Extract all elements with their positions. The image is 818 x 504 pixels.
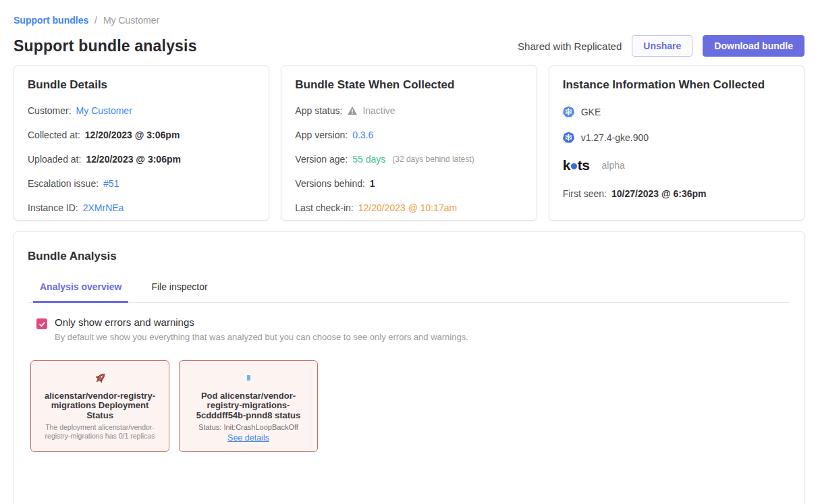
- kots-logo-dot: [571, 163, 577, 169]
- escalation-issue-row: Escalation issue: #51: [28, 178, 255, 189]
- first-seen-value: 10/27/2023 @ 6:36pm: [611, 188, 707, 199]
- first-seen-row: First seen: 10/27/2023 @ 6:36pm: [563, 188, 790, 199]
- kots-logo: kts: [563, 157, 590, 173]
- escalation-issue-link[interactable]: #51: [103, 178, 119, 189]
- unshare-button[interactable]: Unshare: [632, 35, 692, 57]
- uploaded-at-label: Uploaded at:: [28, 154, 81, 165]
- tab-analysis-overview[interactable]: Analysis overview: [33, 281, 128, 303]
- instance-info-card: Instance Information When Collected GKE …: [549, 65, 805, 221]
- customer-row: Customer: My Customer: [28, 105, 255, 116]
- bundle-analysis-panel: Bundle Analysis Analysis overview File i…: [13, 231, 805, 504]
- app-status-row: App status: Inactive: [295, 105, 522, 116]
- errors-warnings-filter: Only show errors and warnings By default…: [36, 316, 790, 342]
- last-checkin-row: Last check-in: 12/20/2023 @ 10:17am: [295, 202, 522, 213]
- versions-behind-row: Versions behind: 1: [295, 178, 522, 189]
- result-title: alicenstar/vendor-registry-migrations De…: [39, 391, 161, 420]
- analysis-results: alicenstar/vendor-registry-migrations De…: [30, 360, 790, 452]
- collected-at-label: Collected at:: [28, 130, 80, 140]
- analysis-result-card[interactable]: alicenstar/vendor-registry-migrations De…: [30, 360, 169, 452]
- app-version-label: App version:: [295, 130, 348, 140]
- filter-description: By default we show you everything that w…: [55, 332, 468, 342]
- kubernetes-icon: [563, 132, 574, 143]
- version-age-note: (32 days behind latest): [392, 155, 474, 164]
- collected-at-value: 12/20/2023 @ 3:06pm: [85, 130, 180, 140]
- customer-label: Customer:: [28, 105, 72, 116]
- result-status: Status: Init:CrashLoopBackOff: [186, 423, 310, 431]
- app-status-value: Inactive: [362, 105, 395, 116]
- bundle-analysis-title: Bundle Analysis: [28, 250, 790, 263]
- support-bundle-page: Support bundles / My Customer Support bu…: [0, 0, 818, 504]
- tab-file-inspector[interactable]: File inspector: [144, 281, 214, 303]
- kots-row: kts alpha: [563, 157, 790, 173]
- bundle-state-card: Bundle State When Collected App status: …: [281, 65, 537, 221]
- versions-behind-value: 1: [370, 178, 375, 189]
- bundle-details-card: Bundle Details Customer: My Customer Col…: [13, 65, 269, 221]
- page-title: Support bundle analysis: [13, 37, 197, 55]
- versions-behind-label: Versions behind:: [295, 178, 365, 189]
- instance-id-label: Instance ID:: [28, 202, 78, 213]
- version-age-label: Version age:: [295, 154, 348, 165]
- breadcrumb: Support bundles / My Customer: [13, 15, 805, 26]
- app-version-row: App version: 0.3.6: [295, 130, 522, 140]
- kots-version-value: alpha: [602, 160, 625, 171]
- uploaded-at-value: 12/20/2023 @ 3:06pm: [86, 154, 181, 165]
- kubernetes-icon: [563, 106, 574, 117]
- first-seen-label: First seen:: [563, 188, 607, 199]
- instance-id-link[interactable]: 2XMrNEa: [83, 202, 124, 213]
- version-age-value: 55 days: [352, 154, 385, 165]
- filter-texts: Only show errors and warnings By default…: [55, 316, 468, 342]
- errors-warnings-checkbox[interactable]: [36, 318, 47, 329]
- see-details-link[interactable]: See details: [227, 433, 269, 443]
- result-description: The deployment alicenstar/vendor-registr…: [39, 423, 161, 440]
- filter-label[interactable]: Only show errors and warnings: [55, 316, 468, 328]
- bundle-details-title: Bundle Details: [28, 78, 255, 92]
- warning-icon: [347, 106, 358, 115]
- page-header: Support bundle analysis Shared with Repl…: [13, 35, 805, 57]
- escalation-issue-label: Escalation issue:: [28, 178, 99, 189]
- info-cards-row: Bundle Details Customer: My Customer Col…: [13, 65, 805, 221]
- distribution-value: GKE: [581, 107, 601, 117]
- version-age-row: Version age: 55 days (32 days behind lat…: [295, 154, 522, 165]
- result-title: Pod alicenstar/vendor-registry-migration…: [188, 391, 309, 420]
- download-bundle-button[interactable]: Download bundle: [703, 35, 805, 57]
- k8s-version-value: v1.27.4-gke.900: [581, 132, 649, 143]
- instance-id-row: Instance ID: 2XMrNEa: [28, 202, 255, 213]
- header-actions: Shared with Replicated Unshare Download …: [518, 35, 805, 57]
- k8s-version-row: v1.27.4-gke.900: [563, 132, 790, 143]
- uploaded-at-row: Uploaded at: 12/20/2023 @ 3:06pm: [28, 154, 255, 165]
- analysis-tabs: Analysis overview File inspector: [28, 281, 790, 303]
- last-checkin-value: 12/20/2023 @ 10:17am: [358, 202, 458, 213]
- breadcrumb-current: My Customer: [103, 15, 159, 26]
- blue-square-icon: [186, 369, 310, 387]
- bundle-state-title: Bundle State When Collected: [295, 78, 522, 92]
- rocket-icon: [38, 369, 162, 387]
- instance-info-title: Instance Information When Collected: [563, 78, 790, 92]
- app-status-label: App status:: [295, 105, 342, 116]
- shared-status-text: Shared with Replicated: [518, 40, 622, 52]
- analysis-result-card[interactable]: Pod alicenstar/vendor-registry-migration…: [179, 360, 318, 452]
- breadcrumb-support-bundles-link[interactable]: Support bundles: [13, 15, 88, 26]
- distribution-row: GKE: [563, 106, 790, 117]
- last-checkin-label: Last check-in:: [295, 202, 353, 213]
- customer-link[interactable]: My Customer: [76, 105, 132, 116]
- breadcrumb-separator: /: [94, 15, 97, 26]
- collected-at-row: Collected at: 12/20/2023 @ 3:06pm: [28, 130, 255, 140]
- app-version-link[interactable]: 0.3.6: [352, 130, 373, 140]
